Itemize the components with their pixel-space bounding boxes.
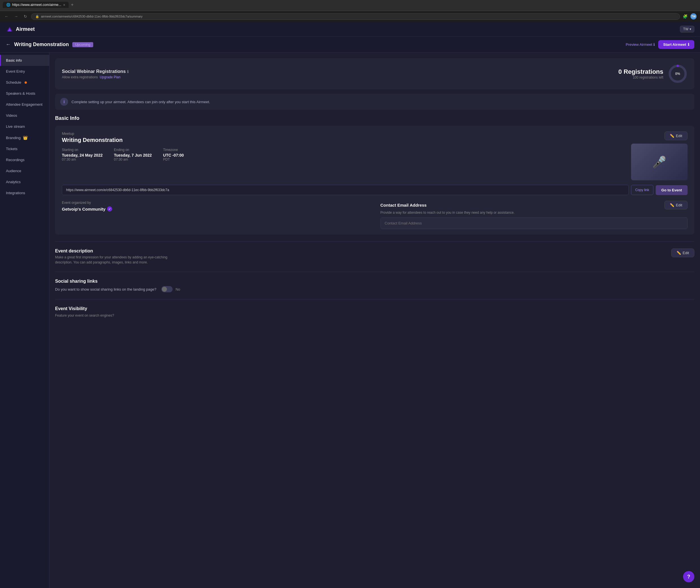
tab-favicon: 🌐: [6, 3, 10, 7]
info-icon: ℹ: [653, 42, 655, 47]
back-to-events-button[interactable]: ←: [6, 42, 11, 47]
address-bar[interactable]: 🔒 airmeet.com/airmeets/c6842530-db6d-11e…: [31, 13, 680, 20]
sidebar-label-live-stream: Live stream: [6, 124, 25, 129]
event-description-desc: Make a great first impression for your a…: [55, 255, 174, 265]
sidebar-label-schedule: Schedule: [6, 80, 21, 84]
sidebar: Basic info Event Entry Schedule Speakers…: [0, 53, 49, 588]
sidebar-item-basic-info[interactable]: Basic info: [0, 55, 49, 66]
header-right: TW ▾: [680, 26, 694, 32]
extensions-icon[interactable]: 🧩: [682, 14, 688, 19]
start-label: Start Airmeet: [663, 42, 686, 47]
ending-on-label: Ending on: [114, 148, 152, 152]
event-card-right: ✏️ Edit 🎤: [625, 131, 688, 180]
event-url-input[interactable]: [62, 185, 629, 195]
active-tab[interactable]: 🌐 https://www.airmeet.com/airme... ✕: [3, 2, 69, 8]
toggle-row: Do you want to show social sharing links…: [55, 286, 694, 292]
start-info-icon: ℹ: [688, 42, 689, 47]
crown-icon: 👑: [23, 135, 28, 140]
sidebar-item-branding[interactable]: Branding 👑: [0, 132, 49, 143]
sidebar-item-event-entry[interactable]: Event Entry: [0, 66, 49, 77]
tab-close-icon[interactable]: ✕: [63, 3, 65, 6]
browser-tabs: 🌐 https://www.airmeet.com/airme... ✕ +: [3, 2, 75, 8]
airmeet-logo-icon: [6, 25, 14, 33]
social-sharing-question: Do you want to show social sharing links…: [55, 287, 156, 291]
registration-count: 0 Registrations: [618, 68, 663, 75]
event-image-placeholder: 🎤: [631, 144, 688, 180]
event-card: Meetup Writing Demonstration Starting on…: [55, 126, 694, 235]
verified-icon: ✓: [107, 206, 112, 211]
sidebar-item-integrations[interactable]: Integrations: [0, 187, 49, 198]
progress-circle-container: 0%: [668, 64, 688, 84]
copy-link-button[interactable]: Copy link: [631, 185, 653, 195]
event-name: Writing Demonstration: [62, 137, 625, 143]
sidebar-item-analytics[interactable]: Analytics: [0, 176, 49, 187]
event-card-inner: Meetup Writing Demonstration Starting on…: [62, 131, 688, 180]
chevron-down-icon: ▾: [690, 27, 691, 31]
info-banner: i Complete setting up your airmeet. Atte…: [55, 94, 694, 110]
help-button[interactable]: ?: [683, 571, 694, 582]
browser-nav: ← → ↻ 🔒 airmeet.com/airmeets/c6842530-db…: [0, 11, 700, 22]
divider-1: [55, 241, 694, 242]
contact-email-title: Contact Email Address ✏️ Edit: [381, 201, 688, 209]
pencil-icon-contact: ✏️: [670, 203, 674, 207]
contact-email-input[interactable]: [381, 217, 688, 229]
forward-button[interactable]: →: [12, 14, 20, 19]
timezone-abbr: PDT: [163, 157, 184, 161]
event-visibility-section: Event Visibility Feature your event on s…: [55, 306, 694, 318]
social-sharing-title: Social sharing links: [55, 279, 694, 284]
status-badge: Upcoming: [72, 42, 93, 47]
event-visibility-desc: Feature your event on search engines?: [55, 313, 694, 318]
browser-chrome: 🌐 https://www.airmeet.com/airme... ✕ +: [0, 0, 700, 11]
event-details: Meetup Writing Demonstration Starting on…: [62, 131, 625, 161]
user-menu[interactable]: TW ▾: [680, 26, 694, 32]
social-sharing-toggle-label: No: [175, 287, 180, 291]
sidebar-item-live-stream[interactable]: Live stream: [0, 121, 49, 132]
go-to-event-button[interactable]: Go to Event: [656, 185, 688, 195]
edit-contact-email-button[interactable]: ✏️ Edit: [664, 201, 688, 209]
registration-info-icon[interactable]: ℹ: [127, 70, 129, 74]
sidebar-label-audience: Audience: [6, 169, 21, 173]
sidebar-label-tickets: Tickets: [6, 147, 18, 151]
edit-event-button[interactable]: ✏️ Edit: [664, 131, 688, 140]
preview-airmeet-button[interactable]: Preview Airmeet ℹ: [626, 42, 655, 47]
sidebar-item-audience[interactable]: Audience: [0, 165, 49, 176]
registration-left: 100 registrations left: [618, 75, 663, 79]
user-initials: TW: [683, 27, 688, 31]
tab-title: https://www.airmeet.com/airme...: [12, 3, 61, 7]
page-title: Writing Demonstration: [14, 42, 69, 47]
sidebar-label-integrations: Integrations: [6, 191, 25, 195]
registration-counts: 0 Registrations 100 registrations left: [618, 68, 663, 79]
social-sharing-section: Social sharing links Do you want to show…: [55, 279, 694, 292]
new-tab-button[interactable]: +: [70, 2, 75, 7]
start-airmeet-button[interactable]: Start Airmeet ℹ: [658, 40, 694, 49]
sidebar-item-schedule[interactable]: Schedule: [0, 77, 49, 88]
preview-label: Preview Airmeet: [626, 42, 652, 47]
app-logo: Airmeet: [6, 25, 35, 33]
sidebar-item-videos[interactable]: Videos: [0, 110, 49, 121]
page-header-left: ← Writing Demonstration Upcoming: [6, 42, 93, 47]
reload-button[interactable]: ↻: [22, 14, 29, 19]
sidebar-label-analytics: Analytics: [6, 180, 21, 184]
sidebar-item-recordings[interactable]: Recordings: [0, 154, 49, 165]
upgrade-plan-link[interactable]: Upgrade Plan: [100, 75, 120, 79]
registration-extra: Allow extra registrations Upgrade Plan: [62, 75, 129, 79]
page-header-right: Preview Airmeet ℹ Start Airmeet ℹ: [626, 40, 694, 49]
sidebar-item-attendee-engagement[interactable]: Attendee Engagement: [0, 99, 49, 110]
lock-icon: 🔒: [35, 15, 39, 18]
registration-right: 0 Registrations 100 registrations left 0…: [618, 64, 688, 84]
organizer-right: Contact Email Address ✏️ Edit Provide a …: [381, 201, 688, 229]
event-description-title: Event description: [55, 248, 174, 253]
timezone-label: Timezone: [163, 148, 184, 152]
edit-description-button[interactable]: ✏️ Edit: [671, 248, 694, 257]
main-content: Social Webinar Registrations ℹ Allow ext…: [49, 53, 700, 588]
sidebar-item-tickets[interactable]: Tickets: [0, 143, 49, 154]
organizer-name: Getvoip's Community ✓: [62, 206, 369, 211]
sidebar-item-speakers-hosts[interactable]: Speakers & Hosts: [0, 88, 49, 99]
social-sharing-toggle[interactable]: [161, 286, 173, 292]
event-image: 🎤: [631, 144, 688, 180]
profile-button[interactable]: TW: [690, 13, 697, 20]
contact-email-desc: Provide a way for attendees to reach out…: [381, 210, 688, 214]
back-button[interactable]: ←: [3, 14, 10, 19]
sidebar-label-speakers-hosts: Speakers & Hosts: [6, 91, 35, 95]
sidebar-label-recordings: Recordings: [6, 158, 25, 162]
